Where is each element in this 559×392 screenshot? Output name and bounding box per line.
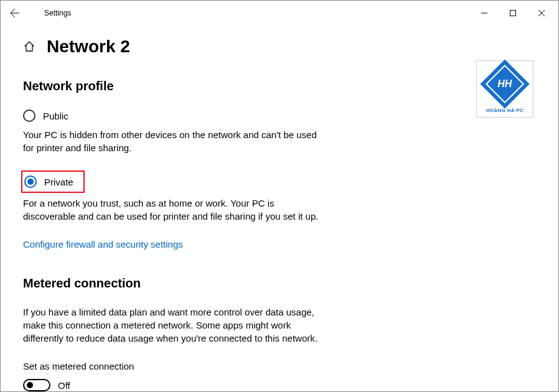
radio-public-indicator bbox=[23, 110, 35, 122]
radio-public[interactable]: Public bbox=[23, 108, 536, 123]
radio-private-label: Private bbox=[44, 177, 73, 187]
metered-toggle-row: Off bbox=[23, 379, 536, 391]
private-highlight: Private bbox=[21, 170, 85, 193]
close-button[interactable] bbox=[527, 3, 556, 23]
metered-description: If you have a limited data plan and want… bbox=[23, 306, 322, 345]
logo-monogram: HH bbox=[497, 78, 512, 89]
window-title: Settings bbox=[44, 9, 71, 17]
logo-diamond-icon: HH bbox=[480, 59, 529, 108]
back-button[interactable] bbox=[3, 1, 27, 25]
brand-logo: HH HOÀNG HÀ PC bbox=[476, 60, 533, 118]
minimize-button[interactable] bbox=[470, 3, 499, 23]
page-title: Network 2 bbox=[47, 37, 130, 57]
firewall-settings-link[interactable]: Configure firewall and security settings bbox=[23, 239, 183, 250]
metered-toggle-label: Set as metered connection bbox=[23, 361, 536, 371]
radio-public-label: Public bbox=[43, 111, 68, 121]
metered-heading: Metered connection bbox=[23, 276, 536, 291]
metered-toggle-status: Off bbox=[58, 380, 70, 391]
network-profile-heading: Network profile bbox=[23, 79, 536, 93]
toggle-knob bbox=[27, 382, 33, 388]
public-description: Your PC is hidden from other devices on … bbox=[23, 128, 322, 154]
radio-private-dot bbox=[27, 179, 34, 185]
window-controls bbox=[470, 3, 556, 23]
metered-toggle[interactable] bbox=[23, 379, 50, 391]
radio-private[interactable]: Private bbox=[24, 174, 73, 189]
private-description: For a network you trust, such as at home… bbox=[23, 197, 322, 223]
radio-private-indicator bbox=[24, 175, 37, 188]
maximize-button[interactable] bbox=[499, 3, 527, 23]
svg-rect-1 bbox=[510, 11, 516, 16]
title-bar: Settings bbox=[1, 1, 558, 26]
home-icon[interactable] bbox=[23, 40, 35, 53]
content-area: Network 2 Network profile Public Your PC… bbox=[1, 26, 558, 392]
page-header: Network 2 bbox=[23, 37, 536, 57]
